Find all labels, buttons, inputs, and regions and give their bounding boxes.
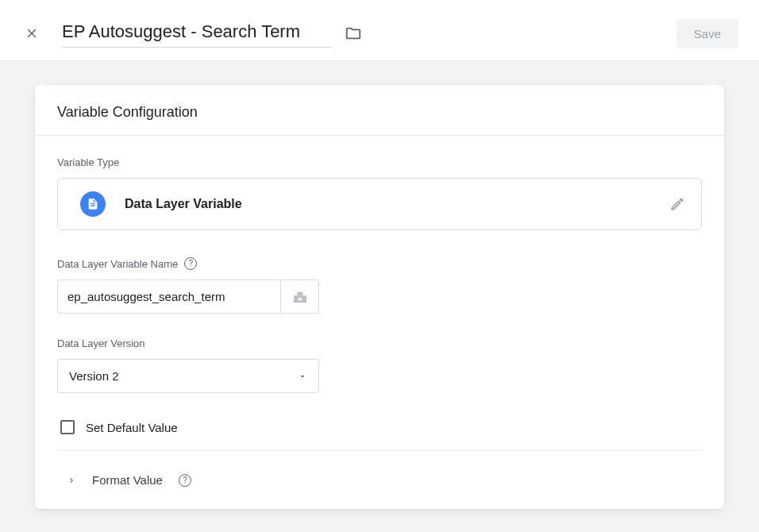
format-value-label: Format Value (92, 473, 163, 487)
brick-icon (291, 290, 309, 304)
set-default-label: Set Default Value (86, 421, 178, 434)
card-title: Variable Configuration (35, 85, 724, 136)
variable-type-name: Data Layer Variable (125, 197, 242, 211)
variable-config-card: Variable Configuration Variable Type Dat… (35, 85, 724, 509)
pencil-icon (669, 196, 685, 212)
folder-icon[interactable] (343, 23, 364, 44)
page-body: Variable Configuration Variable Type Dat… (0, 60, 759, 532)
variable-type-label: Variable Type (57, 156, 702, 168)
data-layer-variable-icon (80, 191, 106, 217)
chevron-right-icon (67, 476, 76, 485)
set-default-checkbox[interactable] (60, 420, 75, 434)
dlv-name-input[interactable] (57, 279, 281, 314)
dlv-name-label: Data Layer Variable Name ? (57, 257, 702, 270)
help-icon[interactable]: ? (179, 474, 191, 487)
set-default-value-row[interactable]: Set Default Value (57, 417, 702, 451)
dlv-version-select[interactable]: Version 2 (57, 359, 319, 393)
help-icon[interactable]: ? (184, 257, 197, 270)
editor-header: Save (0, 0, 759, 51)
variable-type-selector[interactable]: Data Layer Variable (57, 178, 702, 230)
save-button[interactable]: Save (676, 19, 738, 48)
dlv-version-value: Version 2 (69, 369, 119, 383)
variable-name-input[interactable] (62, 20, 332, 48)
dropdown-icon (298, 372, 307, 381)
svg-rect-1 (298, 298, 302, 299)
insert-variable-button[interactable] (281, 279, 319, 314)
format-value-section[interactable]: Format Value ? (57, 459, 702, 501)
dlv-version-label: Data Layer Version (57, 337, 702, 349)
dlv-name-label-text: Data Layer Variable Name (57, 258, 178, 270)
close-icon[interactable] (21, 22, 43, 44)
